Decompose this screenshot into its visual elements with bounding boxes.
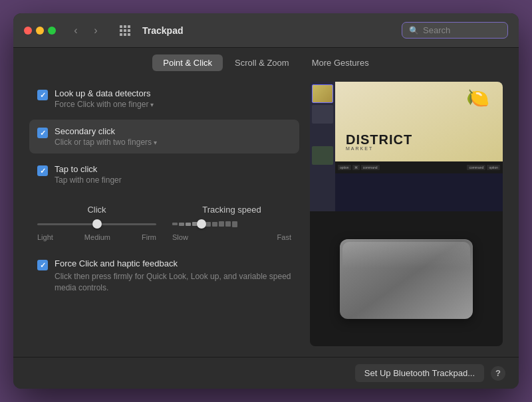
trackpad-shine [342,242,470,268]
secondary-click-checkbox[interactable]: ✓ [37,128,48,138]
tab-more-gestures[interactable]: More Gestures [301,54,380,71]
tap-to-click-checkbox[interactable]: ✓ [37,165,48,176]
search-bar[interactable]: 🔍 [402,22,508,39]
force-click-checkbox[interactable]: ✓ [37,260,48,270]
setup-bluetooth-button[interactable]: Set Up Bluetooth Trackpad... [355,364,484,382]
click-slider-group: Click Light Medium Firm [37,205,156,241]
preview-thumb-4 [312,146,333,165]
click-slider-sublabels: Light Medium Firm [37,233,156,241]
preview-app: 🍋 DISTRICT MARKET option ⌘ command comma [310,82,503,211]
search-icon: 🔍 [409,26,419,35]
force-click-title: Force Click and haptic feedback [55,258,291,268]
secondary-click-setting: ✓ Secondary click Click or tap with two … [29,120,299,153]
secondary-click-title: Secondary click [55,126,157,136]
preview-fruit: 🍋 [466,87,489,109]
tabs-bar: Point & Click Scroll & Zoom More Gesture… [13,48,519,76]
preview-sidebar [310,82,335,211]
search-input[interactable] [423,25,501,35]
click-slider-label: Click [37,205,156,215]
click-mid-label: Medium [84,233,110,241]
secondary-click-chevron-icon: ▾ [154,139,157,146]
preview-panel: 🍋 DISTRICT MARKET option ⌘ command comma [310,82,503,346]
minimize-button[interactable] [36,27,44,35]
tracking-slider-sublabels: Slow Fast [172,233,291,241]
secondary-click-text: Secondary click Click or tap with two fi… [55,126,157,147]
tap-to-click-setting: ✓ Tap to click Tap with one finger [29,157,299,191]
force-click-section: ✓ Force Click and haptic feedback Click … [29,252,299,300]
lookup-text: Look up & data detectors Force Click wit… [55,88,154,109]
preview-title-area: DISTRICT MARKET [346,133,412,151]
tracking-slider-group: Tracking speed [172,205,291,241]
force-click-text: Force Click and haptic feedback Click th… [55,258,291,294]
preview-toolbar: option ⌘ command command option [335,161,503,173]
window-title: Trackpad [142,25,396,36]
tracking-max-label: Fast [277,233,291,241]
preview-app-subtitle: MARKET [346,146,412,151]
titlebar: ‹ › Trackpad 🔍 [13,13,519,48]
preview-screen: 🍋 DISTRICT MARKET option ⌘ command comma [310,82,503,211]
click-min-label: Light [37,233,53,241]
forward-button[interactable]: › [86,21,105,40]
bottom-bar: Set Up Bluetooth Trackpad... ? [13,357,519,389]
traffic-lights [24,27,56,35]
preview-thumb-2 [312,105,333,124]
tap-to-click-text: Tap to click Tap with one finger [55,164,122,185]
preview-main: 🍋 DISTRICT MARKET option ⌘ command comma [335,82,503,211]
tab-point-click[interactable]: Point & Click [152,54,223,71]
nav-buttons: ‹ › [66,21,105,40]
tab-scroll-zoom[interactable]: Scroll & Zoom [224,54,300,71]
trackpad-image [340,239,473,319]
lookup-title: Look up & data detectors [55,88,154,98]
preview-hero: 🍋 DISTRICT MARKET [335,82,503,161]
click-slider-thumb[interactable] [92,219,102,229]
lookup-subtitle[interactable]: Force Click with one finger ▾ [55,100,154,109]
sliders-section: Click Light Medium Firm Tracking speed [29,198,299,248]
force-click-subtitle: Click then press firmly for Quick Look, … [55,271,291,294]
tracking-slider[interactable] [172,219,291,229]
main-window: ‹ › Trackpad 🔍 Point & Click Scroll & Zo… [13,13,519,389]
click-slider[interactable] [37,219,156,229]
tap-to-click-subtitle: Tap with one finger [55,175,122,185]
click-max-label: Firm [142,233,156,241]
lookup-setting: ✓ Look up & data detectors Force Click w… [29,82,299,116]
lookup-chevron-icon: ▾ [150,101,154,108]
back-button[interactable]: ‹ [66,21,85,40]
settings-panel: ✓ Look up & data detectors Force Click w… [29,82,310,346]
preview-thumb-3 [312,126,333,144]
tracking-min-label: Slow [172,233,188,241]
lookup-checkbox[interactable]: ✓ [37,90,48,100]
tracking-slider-label: Tracking speed [172,205,291,215]
app-grid-icon[interactable] [116,21,134,40]
preview-trackpad-body [310,211,503,346]
close-button[interactable] [24,27,32,35]
tap-to-click-title: Tap to click [55,164,122,174]
help-button[interactable]: ? [491,366,505,381]
maximize-button[interactable] [48,27,56,35]
preview-thumb-1 [312,84,333,103]
preview-app-title: DISTRICT [346,133,412,146]
main-content: ✓ Look up & data detectors Force Click w… [13,76,519,357]
secondary-click-subtitle[interactable]: Click or tap with two fingers ▾ [55,138,157,147]
